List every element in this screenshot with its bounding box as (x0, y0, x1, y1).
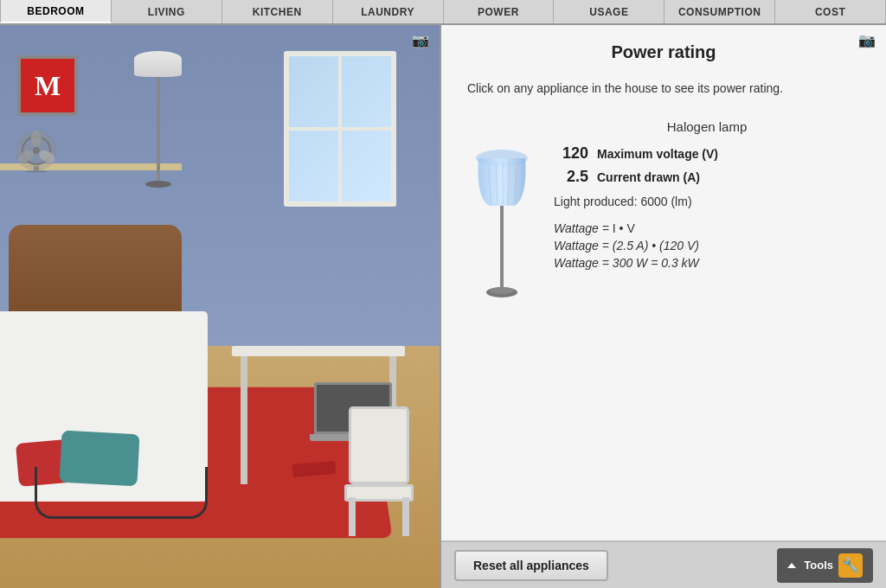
bedroom-scene-panel[interactable]: 📷 M (0, 25, 441, 588)
info-content: Power rating Click on any appliance in t… (441, 25, 886, 540)
power-cord (35, 467, 208, 519)
current-label: Current drawn (A) (597, 170, 700, 184)
appliance-section: Halogen lamp 120 Maximum voltage (V) 2.5… (467, 119, 860, 310)
wattage-section: Wattage = I • V Wattage = (2.5 A) • (120… (554, 221, 860, 270)
spec-row-voltage: 120 Maximum voltage (V) (554, 144, 860, 163)
instruction-text: Click on any appliance in the house to s… (467, 80, 860, 98)
svg-rect-7 (26, 171, 47, 172)
tab-laundry[interactable]: LAUNDRY (333, 0, 444, 23)
tab-kitchen[interactable]: KITCHEN (222, 0, 333, 23)
lamp-shade (134, 51, 182, 77)
tools-button[interactable]: Tools 🔧 (777, 548, 873, 583)
svg-point-16 (490, 287, 514, 294)
bed (0, 225, 208, 502)
camera-icon-left[interactable]: 📷 (412, 32, 429, 48)
panel-title: Power rating (467, 42, 860, 62)
tab-living[interactable]: LIVING (112, 0, 222, 23)
tab-bedroom[interactable]: BEDROOM (0, 0, 112, 23)
voltage-label: Maximum voltage (V) (597, 147, 718, 161)
info-panel: 📷 Power rating Click on any appliance in… (441, 25, 886, 588)
spec-row-current: 2.5 Current drawn (A) (554, 168, 860, 186)
svg-point-2 (31, 130, 42, 147)
wattage-line-3: Wattage = 300 W = 0.3 kW (554, 256, 860, 270)
main-area: 📷 M (0, 25, 886, 588)
tab-consumption[interactable]: CONSUMPTION (664, 0, 775, 23)
floor-lamp-left[interactable] (134, 51, 182, 188)
current-value: 2.5 (554, 168, 588, 186)
tools-label: Tools (804, 559, 833, 572)
svg-rect-6 (34, 166, 39, 172)
tools-icon: 🔧 (838, 553, 863, 578)
bedroom-scene[interactable]: M (0, 25, 440, 588)
svg-point-5 (33, 147, 40, 154)
voltage-value: 120 (554, 144, 588, 163)
bottom-bar: Reset all appliances Tools 🔧 (441, 540, 886, 588)
desk-leg-left (241, 356, 247, 484)
tab-usage[interactable]: USAGE (554, 0, 664, 23)
appliance-name: Halogen lamp (554, 119, 860, 134)
lamp-illustration[interactable] (467, 119, 536, 310)
camera-icon-right[interactable]: 📷 (858, 32, 876, 48)
window (284, 51, 396, 207)
m-poster: M (17, 55, 78, 116)
lamp-base (145, 181, 171, 188)
top-navigation: BEDROOM LIVING KITCHEN LAUNDRY POWER USA… (0, 0, 886, 25)
tab-cost[interactable]: CoST (775, 0, 886, 23)
light-produced-text: Light produced: 6000 (lm) (554, 195, 860, 208)
tab-power[interactable]: POWER (444, 0, 555, 23)
lamp-pole (157, 77, 160, 181)
svg-rect-14 (500, 206, 504, 292)
chair-leg-left (349, 497, 356, 536)
fan-appliance[interactable] (13, 125, 65, 172)
chair-back (349, 406, 409, 484)
wattage-line-2: Wattage = (2.5 A) • (120 V) (554, 239, 860, 252)
appliance-details: Halogen lamp 120 Maximum voltage (V) 2.5… (554, 119, 860, 273)
chevron-up-icon (787, 563, 796, 568)
desk-top (232, 346, 405, 356)
chair (336, 406, 422, 536)
chair-leg-right (402, 497, 409, 536)
wattage-line-1: Wattage = I • V (554, 221, 860, 235)
window-cross-vertical (338, 56, 342, 201)
reset-appliances-button[interactable]: Reset all appliances (454, 550, 608, 581)
